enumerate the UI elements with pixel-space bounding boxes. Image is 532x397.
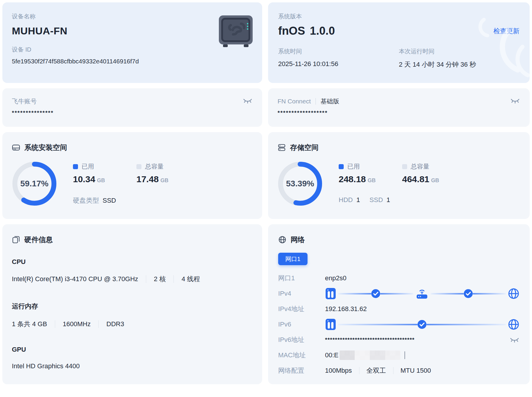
cpu-label: CPU bbox=[12, 258, 253, 266]
hardware-card: 硬件信息 CPU Intel(R) Core(TM) i3-4170 CPU @… bbox=[2, 224, 262, 384]
memory-size: 1 条共 4 GB bbox=[12, 320, 47, 329]
storage-space-card: 存储空间 53.39% 已用 248. bbox=[268, 132, 530, 219]
cpu-threads: 4 线程 bbox=[181, 275, 200, 284]
total-unit: GB bbox=[160, 177, 168, 183]
os-version: fnOS1.0.0 bbox=[278, 25, 335, 37]
ipv4-addr-label: IPv4地址 bbox=[278, 305, 325, 313]
device-id-label: 设备 ID bbox=[12, 46, 253, 54]
eye-closed-icon[interactable] bbox=[510, 97, 520, 104]
divider bbox=[98, 320, 99, 328]
system-space-donut: 59.17% bbox=[12, 161, 57, 206]
port-name-row: 网口1 enp2s0 bbox=[278, 270, 520, 286]
hdd-count: 1 bbox=[356, 196, 360, 204]
device-copy-icon bbox=[12, 236, 20, 244]
nas-icon bbox=[325, 318, 336, 331]
port-value: enp2s0 bbox=[325, 274, 520, 282]
device-id: 5fe19530f2f74f588cfbbc49332e401146916f7d bbox=[12, 58, 253, 65]
eye-closed-icon[interactable] bbox=[509, 336, 520, 343]
disk-type-value: SSD bbox=[103, 197, 116, 204]
used-unit: GB bbox=[97, 177, 105, 183]
divider bbox=[393, 367, 394, 374]
ipv6-addr-masked: ************************************ bbox=[325, 337, 415, 343]
network-config-row: 网络配置 100Mbps 全双工 MTU 1500 bbox=[278, 363, 520, 378]
used-legend-label: 已用 bbox=[82, 162, 94, 171]
ipv6-status-row: IPv6 bbox=[278, 317, 520, 332]
fn-connect-card: FN Connect 基础版 ****************** bbox=[268, 88, 530, 127]
config-label: 网络配置 bbox=[278, 366, 325, 375]
gpu-info: Intel HD Graphics 4400 bbox=[12, 362, 253, 370]
total-value: 17.48 bbox=[136, 174, 159, 184]
os-version-number: 1.0.0 bbox=[310, 25, 335, 37]
nas-icon bbox=[325, 287, 336, 300]
total-value: 464.81 bbox=[402, 174, 429, 184]
storage-space-percent: 53.39% bbox=[278, 161, 323, 206]
os-name: fnOS bbox=[278, 25, 305, 37]
fn-connect-tier: 基础版 bbox=[321, 97, 339, 105]
disk-drive-icon bbox=[12, 143, 20, 152]
divider bbox=[316, 98, 316, 105]
uptime-value: 2 天 14 小时 34 分钟 36 秒 bbox=[399, 60, 520, 69]
ipv6-label: IPv6 bbox=[278, 321, 325, 328]
router-icon bbox=[415, 287, 429, 300]
used-legend-label: 已用 bbox=[347, 162, 360, 171]
disk-type-label: 硬盘类型 bbox=[73, 197, 99, 204]
ipv6-addr-label: IPv6地址 bbox=[278, 335, 325, 344]
nas-led-lights-icon bbox=[247, 23, 249, 30]
memory-type: DDR3 bbox=[106, 320, 124, 328]
storage-space-title: 存储空间 bbox=[290, 143, 318, 152]
divider bbox=[359, 367, 359, 374]
system-version-label: 系统版本 bbox=[278, 12, 520, 20]
total-unit: GB bbox=[431, 177, 439, 183]
check-update-link[interactable]: 检查更新 bbox=[493, 27, 520, 36]
total-legend-swatch bbox=[402, 164, 407, 169]
port-row-label: 网口1 bbox=[278, 274, 325, 283]
used-legend-swatch bbox=[339, 164, 344, 169]
device-name-label: 设备名称 bbox=[12, 12, 253, 20]
cpu-cores: 2 核 bbox=[154, 275, 166, 284]
network-card: 网络 网口1 网口1 enp2s0 IPv4 bbox=[268, 224, 530, 384]
ssd-count: 1 bbox=[386, 196, 390, 204]
system-space-card: 系统安装空间 59.17% 已用 10 bbox=[2, 132, 262, 219]
system-time-label: 系统时间 bbox=[278, 47, 399, 55]
cpu-info: Intel(R) Core(TM) i3-4170 CPU @ 3.70GHz … bbox=[12, 275, 253, 284]
system-version-card: 系统版本 fnOS1.0.0 检查更新 系统时间 2025-11-26 10:0… bbox=[268, 2, 530, 83]
config-duplex: 全双工 bbox=[367, 366, 386, 375]
stacked-drives-icon bbox=[278, 143, 286, 152]
ssd-label: SSD bbox=[369, 196, 383, 204]
check-circle-icon bbox=[371, 289, 381, 299]
mac-divider bbox=[404, 351, 405, 359]
system-space-percent: 59.17% bbox=[12, 161, 57, 206]
hardware-title: 硬件信息 bbox=[24, 235, 53, 244]
config-speed: 100Mbps bbox=[325, 367, 352, 374]
ipv4-addr-value: 192.168.31.62 bbox=[325, 305, 520, 313]
divider bbox=[55, 320, 55, 328]
storage-space-donut: 53.39% bbox=[278, 161, 323, 206]
ipv4-status-row: IPv4 bbox=[278, 286, 520, 301]
memory-label: 运行内存 bbox=[12, 302, 253, 311]
network-title: 网络 bbox=[291, 235, 305, 244]
fn-account-card: 飞牛账号 *************** bbox=[2, 88, 262, 127]
gpu-label: GPU bbox=[12, 346, 253, 353]
config-mtu: MTU 1500 bbox=[401, 367, 431, 374]
divider bbox=[173, 275, 174, 283]
internet-globe-icon bbox=[508, 318, 520, 330]
used-value: 10.34 bbox=[73, 174, 95, 184]
fn-account-label: 飞牛账号 bbox=[12, 97, 37, 105]
gpu-model: Intel HD Graphics 4400 bbox=[12, 362, 80, 370]
eye-closed-icon[interactable] bbox=[243, 97, 253, 104]
memory-speed: 1600MHz bbox=[63, 320, 91, 328]
used-unit: GB bbox=[368, 177, 376, 183]
total-legend-swatch bbox=[136, 164, 141, 169]
mac-label: MAC地址 bbox=[278, 351, 325, 360]
divider bbox=[146, 275, 146, 283]
ipv4-label: IPv4 bbox=[278, 290, 325, 297]
check-circle-icon bbox=[463, 289, 473, 299]
device-name: MUHUA-FN bbox=[12, 25, 253, 37]
used-legend-swatch bbox=[73, 164, 78, 169]
mac-prefix: 00:E bbox=[325, 351, 338, 359]
port-1-tab-button[interactable]: 网口1 bbox=[278, 253, 308, 265]
fn-connect-masked-value: ****************** bbox=[278, 110, 520, 116]
mac-blurred-mosaic bbox=[340, 350, 400, 360]
total-legend-label: 总容量 bbox=[145, 162, 164, 171]
system-space-title: 系统安装空间 bbox=[24, 143, 67, 152]
